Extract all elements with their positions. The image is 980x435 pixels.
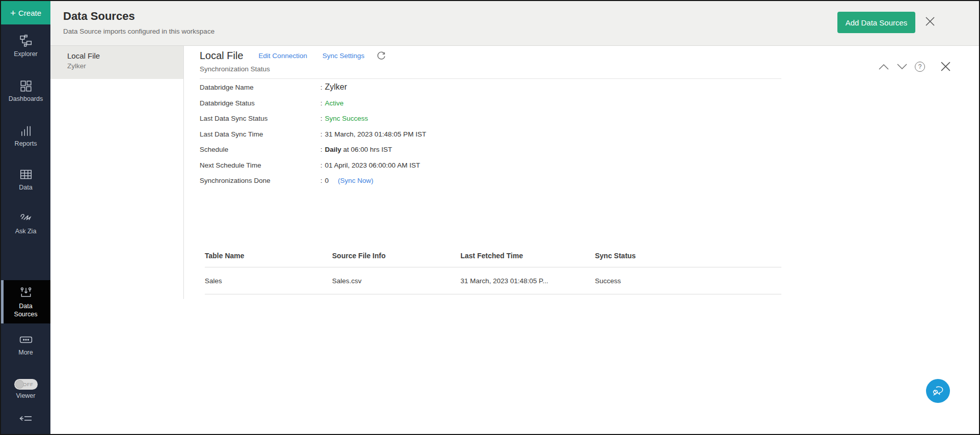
viewer-toggle[interactable]: OFF — [14, 379, 38, 390]
section-divider — [200, 78, 781, 79]
field-value: Sync Success — [325, 115, 368, 122]
cell-source-file-info: Sales.csv — [332, 267, 460, 294]
field-schedule: Schedule : Daily at 06:00 hrs IST — [200, 146, 426, 161]
cell-sync-status: Success — [595, 267, 781, 294]
col-header-sync-status: Sync Status — [595, 249, 781, 267]
field-colon: : — [320, 161, 322, 169]
dashboards-icon — [19, 79, 33, 93]
tables-sync-table: Table Name Source File Info Last Fetched… — [205, 249, 781, 294]
field-value: Zylker — [325, 83, 347, 92]
sidebar-item-label: Data — [1, 184, 50, 191]
detail-header: Local File Edit Connection Sync Settings — [200, 50, 386, 62]
explorer-icon — [19, 35, 33, 48]
help-button[interactable]: ? — [915, 62, 925, 72]
field-next-schedule-time: Next Schedule Time : 01 April, 2023 06:0… — [200, 161, 426, 177]
field-label: Databridge Name — [200, 84, 320, 91]
col-header-source-file-info: Source File Info — [332, 249, 460, 267]
detail-close-button[interactable] — [940, 61, 951, 72]
sidebar-item-label: More — [1, 349, 50, 356]
prev-source-button[interactable] — [878, 63, 889, 70]
viewer-toggle-item: OFF Viewer — [1, 379, 50, 399]
field-label: Schedule — [200, 146, 320, 153]
sync-now-link[interactable]: (Sync Now) — [338, 177, 373, 184]
viewer-label: Viewer — [1, 392, 50, 399]
sidebar-item-data-sources[interactable]: Data Sources — [1, 280, 50, 323]
page-header: Data Sources Data Source imports configu… — [50, 1, 979, 46]
field-synchronizations-done: Synchronizations Done : 0 (Sync Now) — [200, 177, 426, 193]
table-header-row: Table Name Source File Info Last Fetched… — [205, 249, 781, 267]
data-sources-icon — [19, 286, 33, 300]
sidebar-item-reports[interactable]: Reports — [1, 124, 50, 147]
plus-icon: + — [10, 8, 16, 18]
sidebar-item-dashboards[interactable]: Dashboards — [1, 79, 50, 102]
field-value: 31 March, 2023 01:48:05 PM IST — [325, 130, 426, 138]
toggle-state-label: OFF — [23, 382, 34, 387]
page-subtitle: Data Source imports configured in this w… — [63, 28, 214, 35]
ask-zia-icon — [19, 212, 33, 225]
chat-bubbles-icon — [932, 385, 945, 397]
sync-status-fields: Databridge Name : Zylker Databridge Stat… — [200, 84, 426, 193]
field-label: Databridge Status — [200, 99, 320, 107]
cell-last-fetched-time: 31 March, 2023 01:48:05 P... — [460, 267, 595, 294]
field-label: Next Schedule Time — [200, 161, 320, 169]
main-sidebar: + Create Explorer Dashboards Reports — [1, 1, 50, 434]
support-chat-button[interactable] — [926, 379, 950, 403]
field-label: Synchronizations Done — [200, 177, 320, 184]
field-colon: : — [320, 146, 322, 153]
field-last-sync-time: Last Data Sync Time : 31 March, 2023 01:… — [200, 130, 426, 146]
app-window: + Create Explorer Dashboards Reports — [0, 0, 980, 435]
toggle-knob — [15, 380, 24, 389]
page-title: Data Sources — [63, 10, 135, 23]
sidebar-item-explorer[interactable]: Explorer — [1, 35, 50, 58]
field-last-sync-status: Last Data Sync Status : Sync Success — [200, 115, 426, 130]
field-databridge-name: Databridge Name : Zylker — [200, 84, 426, 99]
field-value: 0 — [325, 177, 329, 184]
refresh-icon — [376, 51, 386, 61]
sidebar-item-label: Reports — [1, 140, 50, 147]
field-colon: : — [320, 84, 322, 91]
collapse-arrow-icon — [18, 413, 34, 425]
schedule-frequency: Daily — [325, 146, 341, 153]
sidebar-item-data[interactable]: Data — [1, 168, 50, 191]
next-source-button[interactable] — [896, 63, 908, 70]
edit-connection-link[interactable]: Edit Connection — [259, 52, 307, 60]
detail-panel-controls: ? — [878, 61, 951, 72]
col-header-last-fetched-time: Last Fetched Time — [460, 249, 595, 267]
list-item-type: Local File — [67, 51, 183, 60]
add-data-sources-button[interactable]: Add Data Sources — [837, 12, 915, 33]
field-label: Last Data Sync Status — [200, 115, 320, 122]
data-source-list-panel: Local File Zylker — [50, 46, 183, 434]
refresh-button[interactable] — [376, 51, 386, 61]
section-label: Synchronization Status — [200, 65, 270, 73]
sidebar-item-label: Explorer — [1, 50, 50, 58]
reports-icon — [19, 124, 33, 138]
field-colon: : — [320, 99, 322, 107]
header-close-button[interactable] — [925, 16, 935, 29]
list-item-name: Zylker — [67, 62, 183, 70]
field-colon: : — [320, 115, 322, 122]
schedule-time: at 06:00 hrs IST — [343, 146, 392, 153]
close-icon — [940, 61, 951, 72]
cell-table-name: Sales — [205, 267, 332, 294]
chevron-up-icon — [878, 63, 889, 70]
detail-panel: Local File Edit Connection Sync Settings… — [184, 46, 979, 434]
table-row[interactable]: Sales Sales.csv 31 March, 2023 01:48:05 … — [205, 267, 781, 294]
field-colon: : — [320, 130, 322, 138]
more-icon — [19, 333, 33, 346]
chevron-down-icon — [896, 63, 908, 70]
field-value: 01 April, 2023 06:00:00 AM IST — [325, 161, 420, 169]
sidebar-item-ask-zia[interactable]: Ask Zia — [1, 212, 50, 235]
sidebar-item-label: Data Sources — [8, 302, 44, 318]
create-button[interactable]: + Create — [1, 1, 50, 24]
close-icon — [925, 16, 935, 26]
collapse-sidebar-button[interactable] — [1, 413, 50, 427]
sidebar-item-more[interactable]: More — [1, 333, 50, 356]
field-colon: : — [320, 177, 322, 184]
col-header-table-name: Table Name — [205, 249, 332, 267]
list-item-local-file[interactable]: Local File Zylker — [50, 46, 183, 79]
field-label: Last Data Sync Time — [200, 130, 320, 138]
help-icon: ? — [918, 63, 922, 70]
sync-settings-link[interactable]: Sync Settings — [322, 52, 365, 60]
sidebar-item-label: Dashboards — [1, 95, 50, 102]
field-databridge-status: Databridge Status : Active — [200, 99, 426, 115]
